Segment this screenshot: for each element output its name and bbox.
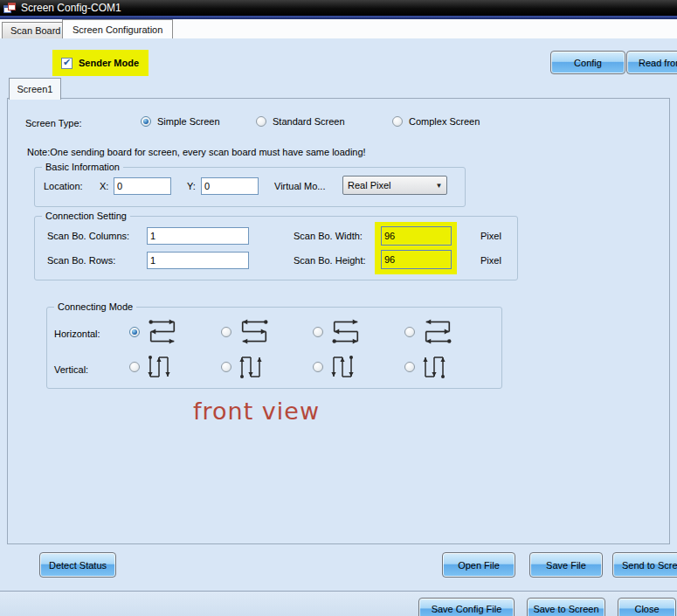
sender-mode-highlight: ✔ Sender Mode <box>52 50 149 76</box>
bottom-bar: Save Config File Save to Screen Close <box>0 592 677 616</box>
screen-type-options: Simple ScreenStandard ScreenComplex Scre… <box>25 116 654 130</box>
screen-type-option-complex-screen[interactable]: Complex Screen <box>392 116 480 127</box>
virtual-mode-value: Real Pixel <box>348 180 391 190</box>
vertical-mode-option-2[interactable] <box>221 354 264 380</box>
check-icon: ✔ <box>63 58 71 67</box>
basic-information-group: Basic Information Location: X: Y: Virtua… <box>34 167 466 207</box>
window-title: Screen Config-COM1 <box>21 2 121 14</box>
h-snake-bottom-right-icon <box>421 318 454 345</box>
save-file-button[interactable]: Save File <box>529 552 603 578</box>
radio-button[interactable] <box>129 327 140 337</box>
sender-mode-checkbox[interactable]: ✔ <box>61 58 73 69</box>
y-label: Y: <box>187 181 196 191</box>
save-to-screen-button[interactable]: Save to Screen <box>527 598 605 616</box>
scan-columns-label: Scan Bo. Columns: <box>47 231 129 241</box>
connecting-mode-legend: Connecting Mode <box>54 301 136 312</box>
x-label: X: <box>100 181 108 191</box>
dropdown-arrow-icon: ▼ <box>432 182 446 190</box>
close-button[interactable]: Close <box>618 598 676 616</box>
v-snake-bottom-right-icon <box>421 354 447 380</box>
scan-width-input[interactable] <box>381 226 452 246</box>
v-snake-top-left-icon <box>146 354 172 380</box>
basic-information-legend: Basic Information <box>42 162 123 172</box>
vertical-mode-option-4[interactable] <box>404 354 447 380</box>
scan-height-input[interactable] <box>381 250 452 269</box>
radio-label: Complex Screen <box>409 116 480 127</box>
connecting-mode-group: Connecting Mode Horizontal: Vertical: <box>46 307 502 389</box>
v-snake-top-right-icon <box>329 354 356 380</box>
config-button[interactable]: Config <box>550 51 625 74</box>
h-snake-bottom-left-icon <box>329 318 363 345</box>
radio-button[interactable] <box>404 327 415 337</box>
location-x-input[interactable] <box>114 177 171 195</box>
main-tabstrip: Scan Board Screen Configuration <box>0 19 677 38</box>
h-snake-top-right-icon <box>238 318 271 345</box>
front-view-annotation: front view <box>193 398 320 425</box>
vertical-mode-option-3[interactable] <box>313 354 356 380</box>
radio-button[interactable] <box>404 362 415 372</box>
horizontal-mode-option-4[interactable] <box>404 318 454 345</box>
scan-width-label: Scan Bo. Width: <box>294 231 363 241</box>
form-window-icon <box>3 3 16 14</box>
read-from-button[interactable]: Read from <box>626 51 677 74</box>
radio-label: Simple Screen <box>157 116 220 127</box>
radio-button[interactable] <box>221 362 231 372</box>
radio-button[interactable] <box>221 327 231 337</box>
horizontal-mode-option-2[interactable] <box>221 318 271 345</box>
tab-screen1[interactable]: Screen1 <box>9 78 61 100</box>
note-text: Note:One sending board for screen, every… <box>27 147 366 157</box>
vertical-label: Vertical: <box>54 364 88 375</box>
location-y-input[interactable] <box>201 177 259 195</box>
tab-scan-board[interactable]: Scan Board <box>2 22 69 39</box>
tab-screen-configuration[interactable]: Screen Configuration <box>62 19 173 38</box>
send-to-screen-button[interactable]: Send to Screen <box>612 552 677 578</box>
location-label: Location: <box>44 181 83 191</box>
radio-button[interactable] <box>129 362 140 372</box>
horizontal-mode-option-3[interactable] <box>313 318 363 345</box>
radio-button[interactable] <box>256 116 266 127</box>
horizontal-mode-option-1[interactable] <box>129 318 179 345</box>
vertical-mode-option-1[interactable] <box>129 354 172 380</box>
screen-type-option-standard-screen[interactable]: Standard Screen <box>256 116 345 127</box>
titlebar[interactable]: Screen Config-COM1 <box>0 0 677 16</box>
virtual-mode-label: Virtual Mo... <box>274 181 326 191</box>
scan-height-label: Scan Bo. Height: <box>294 255 366 266</box>
sender-mode-label: Sender Mode <box>79 58 139 68</box>
scan-columns-input[interactable] <box>147 227 249 245</box>
radio-label: Standard Screen <box>273 116 345 127</box>
screen-config-window: Screen Config-COM1 Scan Board Screen Con… <box>0 0 677 616</box>
height-unit-label: Pixel <box>480 255 501 266</box>
radio-button[interactable] <box>141 116 151 127</box>
scan-rows-label: Scan Bo. Rows: <box>47 255 115 266</box>
screen-configuration-page: ✔ Sender Mode Config Read from Screen1 S… <box>0 38 677 616</box>
screen-type-option-simple-screen[interactable]: Simple Screen <box>141 116 220 127</box>
radio-button[interactable] <box>392 116 403 127</box>
horizontal-label: Horizontal: <box>54 329 100 339</box>
connection-setting-legend: Connection Setting <box>42 211 130 221</box>
h-snake-top-left-icon <box>146 318 179 345</box>
connection-setting-group: Connection Setting Scan Bo. Columns: Sca… <box>34 216 518 280</box>
radio-button[interactable] <box>313 327 323 337</box>
save-config-file-button[interactable]: Save Config File <box>418 598 515 616</box>
width-unit-label: Pixel <box>480 231 501 241</box>
scan-rows-input[interactable] <box>147 252 249 269</box>
v-snake-bottom-left-icon <box>238 354 264 380</box>
open-file-button[interactable]: Open File <box>442 552 515 578</box>
screen1-panel: Screen Type: Simple ScreenStandard Scree… <box>7 98 670 544</box>
virtual-mode-select[interactable]: Real Pixel ▼ <box>342 176 447 195</box>
detect-status-button[interactable]: Detect Status <box>39 552 116 578</box>
radio-button[interactable] <box>313 362 323 372</box>
